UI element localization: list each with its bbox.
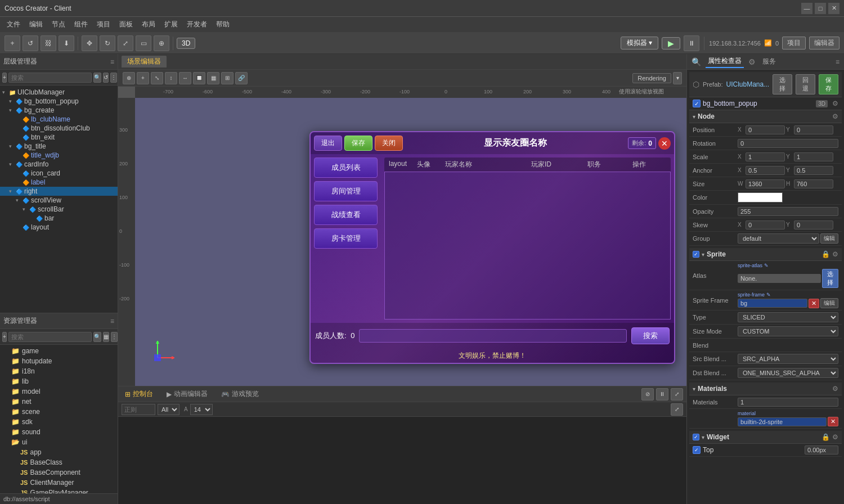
sprite-frame-delete-btn[interactable]: ✕ <box>809 299 819 308</box>
section-widget-header[interactable]: ✓ ▾ Widget 🔒 ⚙ <box>689 431 842 444</box>
section-materials-gear[interactable]: ⚙ <box>832 385 838 393</box>
dialog-exit-btn[interactable]: 退出 <box>314 136 342 151</box>
prefab-back-btn[interactable]: 回退 <box>796 74 815 94</box>
scene-tool-8[interactable]: ⊞ <box>221 72 234 84</box>
asset-item-lib[interactable]: 📁 lib <box>0 376 118 386</box>
sprite-atlas-link[interactable]: sprite-atlas ✎ <box>738 263 769 268</box>
asset-item-hotupdate[interactable]: 📁 hotupdate <box>0 356 118 366</box>
rendering-button[interactable]: Rendering <box>632 73 671 83</box>
section-sprite-header[interactable]: ✓ ▾ Sprite 🔒 ⚙ <box>689 248 842 261</box>
section-node-header[interactable]: ▾ Node ⚙ <box>689 110 842 123</box>
color-swatch[interactable] <box>738 192 783 202</box>
src-blend-dropdown[interactable]: SRC_ALPHA <box>738 354 838 364</box>
scene-tool-6[interactable]: 🔲 <box>193 72 205 84</box>
group-edit-btn[interactable]: 编辑 <box>820 233 838 244</box>
sprite-active[interactable]: ✓ <box>693 251 699 258</box>
asset-item-ClientManager[interactable]: JS ClientManager <box>0 478 118 488</box>
tree-item-label[interactable]: ▸ 🔶 label <box>0 178 118 187</box>
nav-member-list[interactable]: 成员列表 <box>314 158 378 178</box>
nav-room-mgmt[interactable]: 房间管理 <box>314 181 378 201</box>
scene-tool-1[interactable]: ⊕ <box>123 72 135 84</box>
expand-arrow[interactable]: ▾ <box>2 89 9 95</box>
asset-item-GamePlayManager[interactable]: JS GamePlayManager <box>0 488 118 493</box>
tree-item-bg_title[interactable]: ▾ 🔷 bg_title <box>0 142 118 151</box>
rendering-dropdown[interactable]: ▾ <box>673 72 682 84</box>
prefab-save-btn[interactable]: 保存 <box>819 74 838 94</box>
asset-menu-btn[interactable]: ⋮ <box>111 332 118 342</box>
menu-item-文件[interactable]: 文件 <box>2 19 25 30</box>
console-expand-right-btn[interactable]: ⤢ <box>671 403 683 416</box>
position-x-input[interactable] <box>746 125 785 134</box>
atlas-select-btn[interactable]: 选择 <box>822 269 838 288</box>
tab-console[interactable]: ⊞ 控制台 <box>118 388 160 400</box>
sprite-lock-icon[interactable]: 🔒 <box>821 250 830 258</box>
tree-item-bg_bottom_popup[interactable]: ▾ 🔷 bg_bottom_popup <box>0 97 118 106</box>
asset-item-scene[interactable]: 📁 scene <box>0 407 118 417</box>
hier-icon-1[interactable]: ≡ <box>110 58 114 66</box>
tree-item-cardInfo[interactable]: ▾ 🔷 cardInfo <box>0 160 118 169</box>
console-fontsize-select[interactable]: 14 <box>190 404 213 415</box>
materials-count-input[interactable] <box>738 398 838 407</box>
move-button[interactable]: ✥ <box>82 35 97 51</box>
menu-item-扩展[interactable]: 扩展 <box>160 19 182 30</box>
node-active-checkbox[interactable]: ✓ <box>693 100 701 107</box>
asset-item-i18n[interactable]: 📁 i18n <box>0 366 118 376</box>
expand-arrow[interactable]: ▾ <box>9 107 16 113</box>
close-button[interactable]: ✕ <box>828 3 839 14</box>
type-dropdown[interactable]: SLICED <box>738 312 838 322</box>
material-delete-btn[interactable]: ✕ <box>828 417 838 426</box>
scene-tool-7[interactable]: ▦ <box>207 72 219 84</box>
scene-tool-3[interactable]: ⤡ <box>151 72 163 84</box>
expand-arrow[interactable]: ▾ <box>16 197 23 203</box>
link-button[interactable]: ⛓ <box>41 35 56 51</box>
anchor-button[interactable]: ⊕ <box>154 35 169 51</box>
expand-arrow[interactable]: ▾ <box>23 206 29 212</box>
asset-item-game[interactable]: 📁 game <box>0 346 118 356</box>
hier-add-button[interactable]: + <box>2 73 7 83</box>
tree-item-bar[interactable]: ▸ 🔷 bar <box>0 214 118 223</box>
dialog-search-btn[interactable]: 搜索 <box>631 327 670 344</box>
asset-item-app[interactable]: JS app <box>0 447 118 457</box>
size-w-input[interactable] <box>746 179 785 188</box>
widget-active[interactable]: ✓ <box>693 434 699 440</box>
group-dropdown[interactable]: default <box>738 233 819 244</box>
asset-item-sound[interactable]: 📁 sound <box>0 427 118 437</box>
tree-item-scrollView[interactable]: ▾ 🔷 scrollView <box>0 196 118 205</box>
expand-arrow[interactable]: ▾ <box>9 161 16 167</box>
hier-search-icon[interactable]: 🔍 <box>93 73 101 83</box>
tree-item-lb_clubName[interactable]: ▸ 🔶 lb_clubName <box>0 115 118 124</box>
asset-add-btn[interactable]: + <box>2 332 7 342</box>
scene-tool-4[interactable]: ↕ <box>165 72 177 84</box>
tree-item-UIClubManager[interactable]: ▾ 📁 UIClubManager <box>0 88 118 97</box>
dialog-close-x-btn[interactable]: ✕ <box>658 137 671 150</box>
console-pause-btn[interactable]: ⏸ <box>656 388 668 400</box>
tree-item-btn_dissolutionClub[interactable]: ▸ 🔷 btn_dissolutionClub <box>0 124 118 133</box>
material-input[interactable] <box>738 417 827 426</box>
console-filter-input[interactable] <box>122 404 155 415</box>
tree-item-layout[interactable]: ▸ 🔷 layout <box>0 223 118 232</box>
prefab-select-btn[interactable]: 选择 <box>773 74 792 94</box>
asset-search-input[interactable] <box>8 332 92 342</box>
asset-item-sdk[interactable]: 📁 sdk <box>0 417 118 427</box>
dialog-close-btn[interactable]: 关闭 <box>375 136 403 151</box>
asset-menu-icon[interactable]: ≡ <box>110 317 114 325</box>
expand-arrow[interactable]: ▾ <box>9 143 16 149</box>
size-mode-dropdown[interactable]: CUSTOM <box>738 326 838 336</box>
tab-preview[interactable]: 🎮 游戏预览 <box>214 388 266 400</box>
scene-tab[interactable]: 场景编辑器 <box>122 56 167 68</box>
hier-menu-icon[interactable]: ⋮ <box>110 73 117 83</box>
console-expand-btn[interactable]: ⤢ <box>671 388 683 400</box>
tree-item-icon_card[interactable]: ▸ 🔷 icon_card <box>0 169 118 178</box>
section-sprite-gear[interactable]: ⚙ <box>832 250 838 258</box>
simulator-button[interactable]: 模拟器 ▾ <box>621 37 658 50</box>
anchor-x-input[interactable] <box>746 166 785 175</box>
node-gear-icon[interactable]: ⚙ <box>832 100 838 107</box>
tree-item-scrollBar[interactable]: ▾ 🔷 scrollBar <box>0 205 118 214</box>
tab-service[interactable]: 服务 <box>760 56 778 68</box>
expand-arrow[interactable]: ▾ <box>9 98 16 104</box>
widget-top-input[interactable] <box>805 446 838 454</box>
scene-viewport[interactable]: -700 -600 -500 -400 -300 -200 -100 0 100… <box>118 87 686 386</box>
asset-item-net[interactable]: 📁 net <box>0 397 118 407</box>
tree-item-bg_create[interactable]: ▾ 🔷 bg_create <box>0 106 118 115</box>
atlas-input[interactable] <box>738 274 821 283</box>
